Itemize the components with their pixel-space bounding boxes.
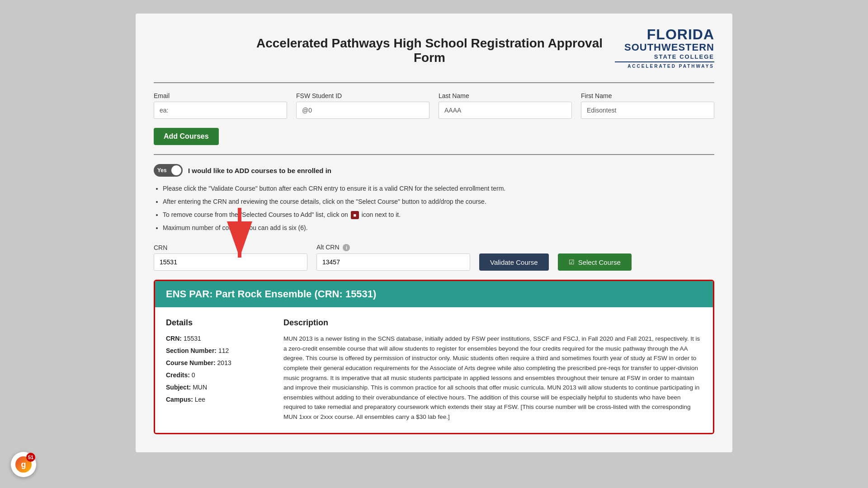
toggle-description: I would like to ADD courses to be enroll…	[188, 167, 331, 174]
campus-value: Lee	[195, 396, 205, 403]
toggle-row: Yes I would like to ADD courses to be en…	[154, 164, 714, 177]
course-card-header: ENS PAR: Part Rock Ensemble (CRN: 15531)	[155, 281, 713, 307]
select-course-button[interactable]: ☑ Select Course	[558, 253, 632, 271]
last-name-field-group: Last Name	[439, 92, 572, 119]
gchat-letter: g	[21, 460, 26, 469]
logo-accelerated: ACCELERATED PATHWAYS	[627, 64, 714, 69]
crn-label: CRN	[154, 244, 307, 251]
fsw-id-input[interactable]	[296, 102, 429, 119]
logo-florida: FLORIDA	[647, 27, 714, 42]
last-name-label: Last Name	[439, 92, 572, 99]
course-number-row: Course Number: 2013	[166, 358, 265, 368]
toggle-knob	[171, 165, 181, 175]
first-name-input[interactable]	[581, 102, 714, 119]
email-label: Email	[154, 92, 287, 99]
crn-input[interactable]	[154, 253, 307, 271]
logo-state-college: STATE COLLEGE	[654, 53, 714, 60]
subject-label: Subject:	[166, 384, 191, 391]
header-fields-row: Email FSW Student ID Last Name First Nam…	[154, 92, 714, 119]
credits-row: Credits: 0	[166, 371, 265, 380]
course-number-value: 2013	[217, 359, 231, 366]
crn-group: CRN	[154, 244, 307, 271]
description-text: MUN 2013 is a newer listing in the SCNS …	[283, 334, 702, 422]
instruction-4: Maximum number of courses you can add is…	[163, 223, 714, 233]
validate-course-button[interactable]: Validate Course	[479, 253, 549, 271]
fsw-id-label: FSW Student ID	[296, 92, 429, 99]
gchat-badge: 51	[26, 453, 35, 462]
email-field-group: Email	[154, 92, 287, 119]
logo-divider	[615, 61, 714, 62]
gchat-fab[interactable]: g 51	[11, 452, 36, 477]
credits-value: 0	[192, 371, 195, 379]
section-divider	[154, 154, 714, 155]
header-divider	[154, 82, 714, 83]
description-column: Description MUN 2013 is a newer listing …	[283, 318, 702, 422]
section-number-row: Section Number: 112	[166, 346, 265, 356]
fsw-id-field-group: FSW Student ID	[296, 92, 429, 119]
course-card: ENS PAR: Part Rock Ensemble (CRN: 15531)…	[154, 280, 714, 434]
crn-row: CRN Alt CRN i Validate Course ☑ Select C…	[154, 244, 714, 271]
toggle-yes-label: Yes	[154, 167, 167, 174]
logo-southwestern: SOUTH	[624, 42, 661, 53]
section-number-value: 112	[218, 347, 229, 354]
instructions-list: Please click the "Validate Course" butto…	[163, 184, 714, 233]
alt-crn-info-icon[interactable]: i	[343, 244, 350, 251]
details-heading: Details	[166, 318, 265, 328]
logo: FLORIDA SOUTHWESTERN STATE COLLEGE ACCEL…	[615, 27, 714, 69]
course-card-title: ENS PAR: Part Rock Ensemble (CRN: 15531)	[166, 288, 376, 300]
section-number-label: Section Number:	[166, 347, 217, 354]
course-number-label: Course Number:	[166, 359, 216, 366]
crn-detail-value: 15531	[184, 335, 201, 342]
remove-icon: ■	[351, 211, 359, 219]
course-card-body: Details CRN: 15531 Section Number: 112 C…	[155, 307, 713, 432]
select-course-label: Select Course	[578, 258, 621, 266]
toggle-switch[interactable]: Yes	[154, 164, 183, 177]
alt-crn-label: Alt CRN i	[316, 244, 470, 251]
crn-detail-label: CRN:	[166, 335, 182, 342]
details-column: Details CRN: 15531 Section Number: 112 C…	[166, 318, 265, 422]
instruction-3: To remove course from the "Selected Cour…	[163, 210, 714, 220]
instruction-2: After entering the CRN and reviewing the…	[163, 197, 714, 206]
description-heading: Description	[283, 318, 702, 328]
first-name-label: First Name	[581, 92, 714, 99]
check-icon: ☑	[569, 258, 575, 266]
add-courses-button[interactable]: Add Courses	[154, 128, 219, 145]
campus-label: Campus:	[166, 396, 193, 403]
instruction-1: Please click the "Validate Course" butto…	[163, 184, 714, 193]
credits-label: Credits:	[166, 371, 190, 379]
crn-detail-row: CRN: 15531	[166, 334, 265, 343]
subject-row: Subject: MUN	[166, 383, 265, 392]
subject-value: MUN	[193, 384, 207, 391]
alt-crn-group: Alt CRN i	[316, 244, 470, 271]
email-input[interactable]	[154, 102, 287, 119]
last-name-input[interactable]	[439, 102, 572, 119]
campus-row: Campus: Lee	[166, 395, 265, 404]
alt-crn-input[interactable]	[316, 253, 470, 271]
page-title: Accelerated Pathways High School Registr…	[244, 27, 615, 65]
first-name-field-group: First Name	[581, 92, 714, 119]
